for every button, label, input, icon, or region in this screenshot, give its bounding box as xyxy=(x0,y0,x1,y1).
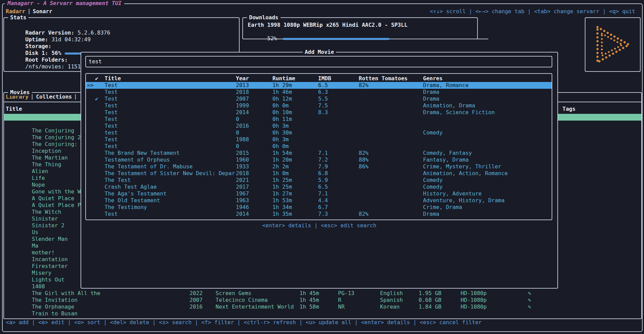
runtime-cell: 1h 35m xyxy=(271,211,317,217)
runtime-cell: 0h 3m xyxy=(271,136,317,143)
search-results-table: ✔ Title Year Runtime IMDB Rotten Tomatoe… xyxy=(85,73,552,220)
stats-disk-row: Disk 1:56% xyxy=(6,43,105,50)
search-input-value: test xyxy=(89,58,102,65)
search-result-row[interactable]: The Testimony 1946 1h 34m 6.7 Crime, Dra… xyxy=(86,204,552,211)
year-cell: 2018 xyxy=(235,170,271,177)
search-result-row[interactable]: Test 2014 0h 10m 8.3 Drama, Science Fict… xyxy=(86,109,552,116)
genres-cell: Comedy, Fantasy xyxy=(422,150,552,156)
year-cell: 2021 xyxy=(235,177,271,184)
runtime-cell: 0h 10m xyxy=(271,109,317,116)
language-cell: Korean xyxy=(380,304,400,310)
title-cell: Test xyxy=(104,109,235,116)
title-cell: The Brand New Testament xyxy=(104,150,235,156)
rotten-tomatoes-column-header: Rotten Tomatoes xyxy=(358,75,422,82)
search-result-row[interactable]: Test 1999 0h 0m 7.5 Animation, Drama xyxy=(86,102,552,109)
library-row[interactable]: Train to Busan 2016 Next Entertainment W… xyxy=(4,304,641,310)
certification-cell: PG-13 xyxy=(338,290,354,297)
search-result-row[interactable]: test 0 0h 30m Comedy xyxy=(86,129,552,136)
title-cell: Test xyxy=(104,136,235,143)
title-cell: The Testimony xyxy=(104,204,235,211)
downloads-panel: Downloads Earth 1998 1080p WEBRip x265 H… xyxy=(242,17,478,39)
genres-cell: Adventure, History, Drama xyxy=(422,197,552,204)
search-result-row[interactable]: Crash Test Aglae 2017 1h 25m 6.5 Comedy xyxy=(86,184,552,190)
year-cell: 1967 xyxy=(235,190,271,197)
runtime-cell: 0h 0m xyxy=(271,102,317,109)
imdb-cell: 7.3 xyxy=(317,211,358,217)
stats-panel-title: Stats xyxy=(8,14,28,21)
add-movie-popup: Add Movie test ✔ Title Year Runtime IMDB… xyxy=(81,52,558,289)
imdb-cell: 6.3 xyxy=(317,89,358,96)
runtime-cell: 1h 0m xyxy=(271,170,317,177)
column-header-title: Title xyxy=(6,106,22,112)
imdb-cell: 5.5 xyxy=(317,96,358,102)
stats-version-row: Radarr Version:5.2.6.8376 xyxy=(6,23,110,29)
runtime-cell: 0h 30m xyxy=(271,129,317,136)
search-result-row[interactable]: Test 1988 0h 3m xyxy=(86,136,552,143)
imdb-cell: 6.7 xyxy=(317,204,358,211)
certification-cell: NR xyxy=(338,304,345,310)
year-cell: 2018 xyxy=(235,89,271,96)
year-cell: 1988 xyxy=(235,136,271,143)
title-cell: Test xyxy=(104,82,235,89)
search-result-row[interactable]: Test 2014 1h 35m 7.3 82% Drama xyxy=(86,211,552,217)
stats-uptime-row: Uptime:31d 04:32:49 xyxy=(6,29,91,36)
imdb-cell: 7.2 xyxy=(317,156,358,163)
runtime-cell: 1h 45m xyxy=(299,297,319,304)
rotten-tomatoes-cell: 86% xyxy=(358,163,422,170)
runtime-cell: 1h 34m xyxy=(271,204,317,211)
monitored-icon: ✎ xyxy=(528,304,531,310)
search-result-row[interactable]: The Testament of Dr. Mabuse 1933 2h 2m 7… xyxy=(86,163,552,170)
search-result-row[interactable]: Test 0 0h 0m xyxy=(86,143,552,150)
runtime-cell: 1h 29m xyxy=(271,82,317,89)
runtime-cell: 1h 27m xyxy=(271,190,317,197)
title-cell: Test xyxy=(104,96,235,102)
search-result-row[interactable]: Testament of Orpheus 1960 1h 20m 7.2 88%… xyxy=(86,156,552,163)
monitored-column-header: ✔ xyxy=(94,75,104,82)
search-result-row[interactable]: The Test 2021 1h 25m 5.9 Comedy xyxy=(86,177,552,184)
tab-sonarr[interactable]: Sonarr xyxy=(33,8,52,15)
genres-cell: Drama xyxy=(422,211,552,217)
tab-collections[interactable]: Collections xyxy=(36,93,72,100)
genres-cell: Drama xyxy=(422,89,552,96)
year-cell: 1933 xyxy=(235,163,271,170)
year-cell: 2013 xyxy=(235,82,271,89)
managarr-screen: Managarr - A Servarr management TUI Rada… xyxy=(0,0,644,334)
title-cell: The Testament of Sister New Devil: Depar xyxy=(104,170,235,177)
imdb-cell: 4.4 xyxy=(317,197,358,204)
year-cell: 2014 xyxy=(235,109,271,116)
search-result-row[interactable]: Test 2018 1h 46m 6.3 Drama xyxy=(86,89,552,96)
title-cell: Test xyxy=(104,123,235,129)
imdb-cell: 7.9 xyxy=(317,163,358,170)
library-row[interactable]: The Orphanage 2007 Telecinco Cinema 1h 4… xyxy=(4,297,641,304)
year-cell: 2015 xyxy=(235,150,271,156)
search-result-row[interactable]: The Old Testament 1963 1h 53m 4.4 Advent… xyxy=(86,197,552,204)
search-result-row[interactable]: The Brand New Testament 2015 1h 54m 7.1 … xyxy=(86,150,552,156)
imdb-cell: 7.1 xyxy=(317,190,358,197)
search-result-row[interactable]: Test 0 0h 11m xyxy=(86,116,552,123)
size-cell: 0.68 GB xyxy=(419,297,441,304)
stats-storage-row: Storage: xyxy=(6,36,55,43)
results-header-row: ✔ Title Year Runtime IMDB Rotten Tomatoe… xyxy=(86,75,552,82)
imdb-column-header: IMDB xyxy=(317,75,358,82)
search-result-row[interactable]: The Aga's Testament 1967 1h 27m 7.1 Hist… xyxy=(86,190,552,197)
search-result-row[interactable]: Test 2016 0h 3m xyxy=(86,123,552,129)
runtime-cell: 1h 25m xyxy=(271,177,317,184)
imdb-cell: 8.3 xyxy=(317,109,358,116)
search-result-row[interactable]: The Testament of Sister New Devil: Depar… xyxy=(86,170,552,177)
monitored-icon: ✎ xyxy=(528,290,531,297)
imdb-cell: 6.5 xyxy=(317,82,358,89)
search-result-row[interactable]: => Test 2013 1h 29m 6.5 82% Drama, Roman… xyxy=(86,82,552,89)
selection-marker: => xyxy=(86,82,94,89)
title-cell: The Testament of Dr. Mabuse xyxy=(104,163,235,170)
search-result-row[interactable]: ✔ Test 2007 0h 12m 5.5 Drama xyxy=(86,96,552,102)
download-item[interactable]: Earth 1998 1080p WEBRip x265 Hindi AAC2.… xyxy=(248,22,407,28)
tab-radarr[interactable]: Radarr xyxy=(6,8,25,15)
monitored-check: ✔ xyxy=(94,96,104,102)
movie-search-input[interactable]: test xyxy=(85,56,552,67)
year-cell: 0 xyxy=(235,129,271,136)
title-cell: Test xyxy=(104,116,235,123)
library-row[interactable]: The Invitation 2022 Screen Gems 1h 45m P… xyxy=(4,290,641,297)
year-cell: 1963 xyxy=(235,197,271,204)
title-cell: Test xyxy=(104,89,235,96)
year-cell: 1946 xyxy=(235,204,271,211)
